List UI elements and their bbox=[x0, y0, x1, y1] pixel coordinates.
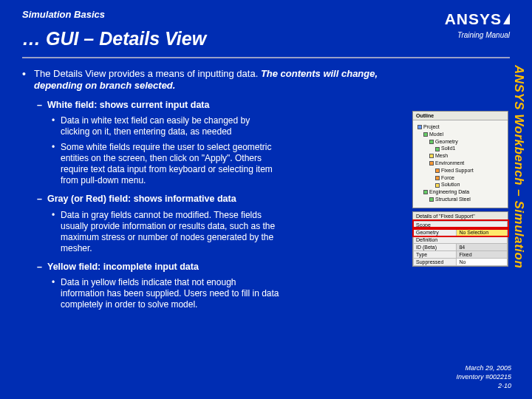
bullet-yellow-1: Data in yellow fields indicate that not … bbox=[22, 277, 281, 310]
tree-solid: Solid1 bbox=[417, 145, 503, 152]
tree-model: Model bbox=[417, 131, 503, 138]
type-value: Fixed bbox=[457, 250, 508, 258]
footer: March 29, 2005 Inventory #002215 2-10 bbox=[456, 364, 511, 390]
bullet-white-2: Some white fields require the user to se… bbox=[22, 142, 281, 186]
bullet-level1: The Details View provides a means of inp… bbox=[22, 68, 399, 92]
type-label: Type bbox=[414, 250, 457, 258]
id-label: ID (Beta) bbox=[414, 243, 457, 250]
title-rule bbox=[22, 57, 510, 58]
bullet-gray-heading: Gray (or Red) field: shows informative d… bbox=[22, 194, 399, 205]
details-panel: Details of "Fixed Support" Scope Geometr… bbox=[412, 211, 508, 267]
brand-text: ANSYS bbox=[445, 10, 502, 27]
table-row: SuppressedNo bbox=[414, 258, 508, 265]
details-table: Scope GeometryNo Selection Definition ID… bbox=[413, 221, 508, 266]
geom-value: No Selection bbox=[457, 228, 508, 236]
sup-label: Suppressed bbox=[414, 258, 457, 265]
tree-label: Mesh bbox=[435, 153, 448, 158]
def-header: Definition bbox=[414, 236, 508, 243]
tree-label: Engineering Data bbox=[429, 189, 469, 194]
tree-geom: Geometry bbox=[417, 138, 503, 146]
mock-screenshot: Outline Project Model Geometry Solid1 Me… bbox=[412, 111, 508, 267]
tree-mesh: Mesh bbox=[417, 152, 503, 160]
tree-label: Structural Steel bbox=[435, 197, 471, 202]
tree-engdata: Engineering Data bbox=[417, 188, 503, 196]
bullet-white-heading: White field: shows current input data bbox=[22, 100, 399, 112]
tree-label: Model bbox=[429, 132, 443, 137]
table-row: TypeFixed bbox=[414, 250, 508, 258]
bullet-gray-1: Data in gray fields cannot be modified. … bbox=[22, 210, 281, 254]
node-icon bbox=[417, 125, 422, 129]
footer-page: 2-10 bbox=[456, 381, 511, 390]
scope-header: Scope bbox=[414, 221, 508, 228]
tree-label: Geometry bbox=[435, 139, 458, 144]
outline-title: Outline bbox=[413, 112, 508, 120]
tree-fixed: Fixed Support bbox=[417, 167, 503, 174]
tree-env: Environment bbox=[417, 160, 503, 167]
triangle-icon bbox=[503, 13, 510, 24]
node-icon bbox=[435, 183, 440, 188]
details-title: Details of "Fixed Support" bbox=[413, 212, 508, 221]
table-row: Scope bbox=[414, 221, 508, 228]
outline-tree: Project Model Geometry Solid1 Mesh Envir… bbox=[413, 120, 508, 208]
slide-title: … GUI – Details View bbox=[22, 28, 206, 50]
outline-panel: Outline Project Model Geometry Solid1 Me… bbox=[412, 111, 508, 208]
tree-label: Solid1 bbox=[441, 146, 455, 151]
node-icon bbox=[435, 176, 440, 180]
tree-project: Project bbox=[417, 123, 503, 131]
node-icon bbox=[423, 132, 428, 137]
footer-date: March 29, 2005 bbox=[456, 364, 511, 372]
table-row: ID (Beta)84 bbox=[414, 243, 508, 250]
table-row: Definition bbox=[414, 236, 508, 243]
node-icon bbox=[429, 161, 434, 166]
kicker-text: Simulation Basics bbox=[22, 9, 105, 20]
tree-label: Force bbox=[441, 175, 454, 180]
sup-value: No bbox=[457, 258, 508, 265]
tree-label: Solution bbox=[441, 182, 460, 187]
node-icon bbox=[429, 140, 434, 144]
geom-label: Geometry bbox=[414, 228, 457, 236]
brand-subtitle: Training Manual bbox=[445, 31, 510, 39]
table-row: GeometryNo Selection bbox=[414, 228, 508, 236]
node-icon bbox=[429, 197, 434, 202]
tree-label: Project bbox=[423, 124, 440, 129]
node-icon bbox=[423, 190, 428, 194]
tree-sol: Solution bbox=[417, 181, 503, 188]
bullet-white-1: Data in white text field can easily be c… bbox=[22, 115, 281, 137]
node-icon bbox=[435, 168, 440, 173]
slide: Simulation Basics … GUI – Details View A… bbox=[0, 0, 532, 399]
node-icon bbox=[429, 154, 434, 158]
footer-inventory: Inventory #002215 bbox=[456, 372, 511, 381]
bullet-yellow-heading: Yellow field: incomplete input data bbox=[22, 262, 399, 273]
content-area: The Details View provides a means of inp… bbox=[22, 68, 399, 310]
b1-text-a: The Details View provides a means of inp… bbox=[34, 68, 261, 79]
tree-force: Force bbox=[417, 174, 503, 182]
tree-label: Fixed Support bbox=[441, 168, 474, 173]
brand-logo: ANSYS Training Manual bbox=[445, 10, 510, 39]
side-title: ANSYS Workbench – Simulation bbox=[511, 65, 526, 268]
tree-steel: Structural Steel bbox=[417, 196, 503, 203]
id-value: 84 bbox=[457, 243, 508, 250]
node-icon bbox=[435, 147, 440, 151]
brand-name: ANSYS bbox=[445, 10, 510, 28]
tree-label: Environment bbox=[435, 160, 464, 166]
